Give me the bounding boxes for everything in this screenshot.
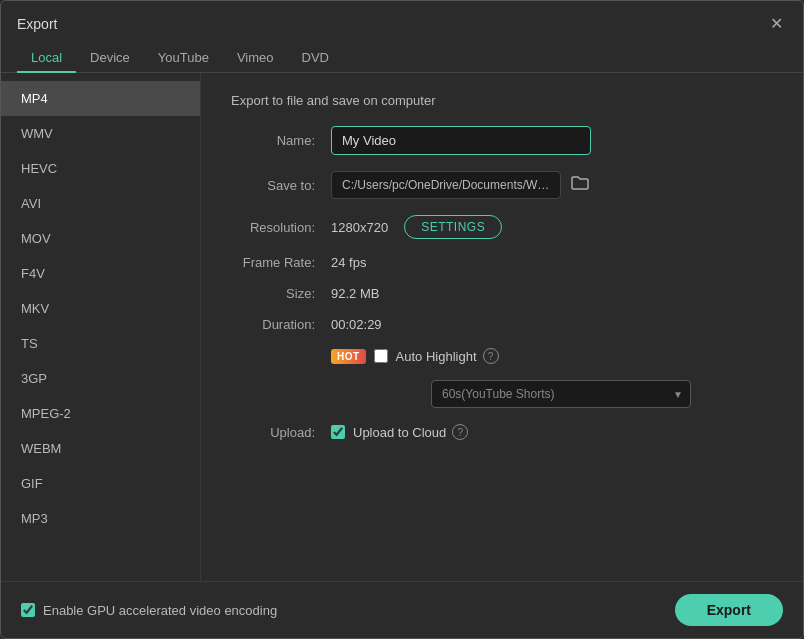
save-to-label: Save to: xyxy=(231,178,331,193)
resolution-value: 1280x720 xyxy=(331,220,388,235)
save-path-display: C:/Users/pc/OneDrive/Documents/Wond xyxy=(331,171,561,199)
upload-control: Upload to Cloud ? xyxy=(331,424,773,440)
duration-control: 00:02:29 xyxy=(331,317,773,332)
shorts-dropdown-row: 60s(YouTube Shorts) 30s 15s ▼ xyxy=(231,380,773,408)
tab-device[interactable]: Device xyxy=(76,44,144,73)
sidebar-item-webm[interactable]: WEBM xyxy=(1,431,200,466)
size-row: Size: 92.2 MB xyxy=(231,286,773,301)
frame-rate-value: 24 fps xyxy=(331,255,366,270)
save-to-control: C:/Users/pc/OneDrive/Documents/Wond xyxy=(331,171,773,199)
browse-folder-button[interactable] xyxy=(569,173,591,197)
tab-vimeo[interactable]: Vimeo xyxy=(223,44,288,73)
size-control: 92.2 MB xyxy=(331,286,773,301)
upload-label: Upload: xyxy=(231,425,331,440)
export-button[interactable]: Export xyxy=(675,594,783,626)
upload-cloud-help-icon[interactable]: ? xyxy=(452,424,468,440)
resolution-label: Resolution: xyxy=(231,220,331,235)
tab-dvd[interactable]: DVD xyxy=(288,44,343,73)
gpu-label-text: Enable GPU accelerated video encoding xyxy=(43,603,277,618)
size-label: Size: xyxy=(231,286,331,301)
auto-highlight-text: Auto Highlight xyxy=(396,349,477,364)
hot-badge: HOT xyxy=(331,349,366,364)
tab-bar: Local Device YouTube Vimeo DVD xyxy=(1,37,803,73)
format-sidebar: MP4 WMV HEVC AVI MOV F4V MKV TS 3GP MPEG… xyxy=(1,73,201,581)
save-to-row: Save to: C:/Users/pc/OneDrive/Documents/… xyxy=(231,171,773,199)
upload-cloud-text: Upload to Cloud xyxy=(353,425,446,440)
resolution-row: Resolution: 1280x720 SETTINGS xyxy=(231,215,773,239)
auto-highlight-checkbox-label[interactable]: Auto Highlight xyxy=(374,349,477,364)
close-button[interactable]: ✕ xyxy=(766,14,787,34)
duration-value: 00:02:29 xyxy=(331,317,382,332)
auto-highlight-checkbox[interactable] xyxy=(374,349,388,363)
sidebar-item-3gp[interactable]: 3GP xyxy=(1,361,200,396)
gpu-checkbox[interactable] xyxy=(21,603,35,617)
name-row: Name: xyxy=(231,126,773,155)
frame-rate-row: Frame Rate: 24 fps xyxy=(231,255,773,270)
sidebar-item-avi[interactable]: AVI xyxy=(1,186,200,221)
name-label: Name: xyxy=(231,133,331,148)
sidebar-item-hevc[interactable]: HEVC xyxy=(1,151,200,186)
auto-highlight-control: HOT Auto Highlight ? xyxy=(331,348,773,364)
bottom-bar: Enable GPU accelerated video encoding Ex… xyxy=(1,581,803,638)
section-title: Export to file and save on computer xyxy=(231,93,773,108)
sidebar-item-mp4[interactable]: MP4 xyxy=(1,81,200,116)
name-control xyxy=(331,126,773,155)
sidebar-item-f4v[interactable]: F4V xyxy=(1,256,200,291)
sidebar-item-gif[interactable]: GIF xyxy=(1,466,200,501)
shorts-duration-select[interactable]: 60s(YouTube Shorts) 30s 15s xyxy=(431,380,691,408)
sidebar-item-mov[interactable]: MOV xyxy=(1,221,200,256)
upload-cloud-checkbox[interactable] xyxy=(331,425,345,439)
dialog-title: Export xyxy=(17,16,57,32)
tab-youtube[interactable]: YouTube xyxy=(144,44,223,73)
duration-label: Duration: xyxy=(231,317,331,332)
shorts-dropdown-wrapper: 60s(YouTube Shorts) 30s 15s ▼ xyxy=(431,380,691,408)
title-bar: Export ✕ xyxy=(1,1,803,37)
sidebar-item-wmv[interactable]: WMV xyxy=(1,116,200,151)
upload-cloud-checkbox-label[interactable]: Upload to Cloud xyxy=(331,425,446,440)
sidebar-item-mpeg2[interactable]: MPEG-2 xyxy=(1,396,200,431)
right-panel: Export to file and save on computer Name… xyxy=(201,73,803,581)
auto-highlight-row: HOT Auto Highlight ? xyxy=(231,348,773,364)
sidebar-item-ts[interactable]: TS xyxy=(1,326,200,361)
name-input[interactable] xyxy=(331,126,591,155)
gpu-checkbox-label[interactable]: Enable GPU accelerated video encoding xyxy=(21,603,277,618)
upload-row: Upload: Upload to Cloud ? xyxy=(231,424,773,440)
resolution-control: 1280x720 SETTINGS xyxy=(331,215,773,239)
frame-rate-control: 24 fps xyxy=(331,255,773,270)
export-dialog: Export ✕ Local Device YouTube Vimeo DVD … xyxy=(0,0,804,639)
auto-highlight-help-icon[interactable]: ? xyxy=(483,348,499,364)
sidebar-item-mkv[interactable]: MKV xyxy=(1,291,200,326)
duration-row: Duration: 00:02:29 xyxy=(231,317,773,332)
size-value: 92.2 MB xyxy=(331,286,379,301)
frame-rate-label: Frame Rate: xyxy=(231,255,331,270)
settings-button[interactable]: SETTINGS xyxy=(404,215,502,239)
sidebar-item-mp3[interactable]: MP3 xyxy=(1,501,200,536)
main-content: MP4 WMV HEVC AVI MOV F4V MKV TS 3GP MPEG… xyxy=(1,73,803,581)
tab-local[interactable]: Local xyxy=(17,44,76,73)
